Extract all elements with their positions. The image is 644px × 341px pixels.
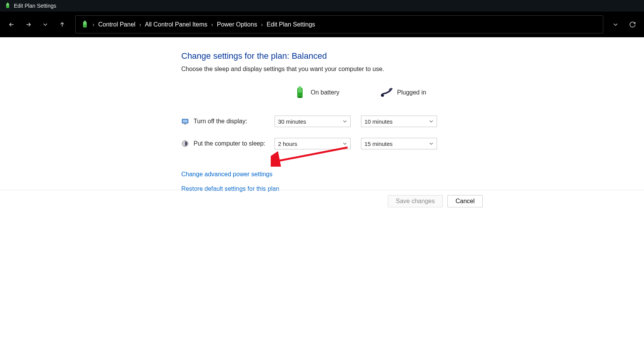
battery-icon xyxy=(293,86,307,99)
breadcrumb-power-options[interactable]: Power Options xyxy=(217,21,257,28)
row-display-label: Turn off the display: xyxy=(181,110,275,132)
chevron-right-icon: › xyxy=(261,22,263,28)
button-bar: Save changes Cancel xyxy=(388,195,483,207)
chevron-down-icon xyxy=(429,119,434,124)
nav-bar: › Control Panel › All Control Panel Item… xyxy=(0,12,644,37)
svg-point-10 xyxy=(381,94,384,97)
svg-rect-13 xyxy=(183,120,187,122)
page-heading: Change settings for the plan: Balanced xyxy=(181,51,644,61)
svg-rect-8 xyxy=(298,89,302,93)
battery-title-icon xyxy=(5,3,11,9)
cancel-button[interactable]: Cancel xyxy=(447,195,483,207)
sleep-row-text: Put the computer to sleep: xyxy=(194,140,265,147)
row-sleep-label: Put the computer to sleep: xyxy=(181,132,275,155)
divider xyxy=(0,190,644,190)
chevron-down-icon xyxy=(343,141,347,146)
column-on-battery: On battery xyxy=(275,86,361,110)
breadcrumb-control-panel[interactable]: Control Panel xyxy=(98,21,136,28)
history-dropdown-button[interactable] xyxy=(38,17,53,32)
chevron-down-icon xyxy=(343,119,347,124)
svg-rect-2 xyxy=(7,4,9,6)
back-button[interactable] xyxy=(4,17,19,32)
svg-rect-5 xyxy=(83,22,86,24)
display-battery-value: 30 minutes xyxy=(278,118,306,125)
svg-point-9 xyxy=(298,96,302,98)
chevron-right-icon: › xyxy=(93,22,94,28)
title-bar-text: Edit Plan Settings xyxy=(14,3,56,9)
display-plugged-value: 10 minutes xyxy=(364,118,392,125)
refresh-button[interactable] xyxy=(625,17,640,32)
chevron-down-icon xyxy=(429,141,434,146)
svg-rect-7 xyxy=(298,86,301,89)
column-plugged-label: Plugged in xyxy=(397,89,426,96)
advanced-settings-link[interactable]: Change advanced power settings xyxy=(181,171,273,178)
sleep-plugged-value: 15 minutes xyxy=(364,141,392,147)
breadcrumb-all-items[interactable]: All Control Panel Items xyxy=(145,21,207,28)
title-bar: Edit Plan Settings xyxy=(0,0,644,12)
chevron-right-icon: › xyxy=(211,22,213,28)
chevron-right-icon: › xyxy=(139,22,141,28)
column-plugged-in: Plugged in xyxy=(361,86,447,110)
plug-icon xyxy=(379,86,393,99)
sleep-battery-select[interactable]: 2 hours xyxy=(275,138,351,149)
display-icon xyxy=(181,118,189,125)
battery-address-icon xyxy=(81,21,89,28)
sleep-battery-value: 2 hours xyxy=(278,141,297,147)
links-section: Change advanced power settings Restore d… xyxy=(181,171,644,192)
display-plugged-select[interactable]: 10 minutes xyxy=(361,116,437,127)
address-history-button[interactable] xyxy=(608,17,623,32)
restore-defaults-link[interactable]: Restore default settings for this plan xyxy=(181,185,279,192)
forward-button[interactable] xyxy=(21,17,36,32)
page-subheading: Choose the sleep and display settings th… xyxy=(181,66,644,73)
sleep-icon xyxy=(181,140,189,147)
svg-rect-14 xyxy=(184,124,186,124)
settings-grid: On battery Plugged in Turn o xyxy=(181,86,644,155)
breadcrumb-edit-plan[interactable]: Edit Plan Settings xyxy=(267,21,315,28)
display-battery-select[interactable]: 30 minutes xyxy=(275,116,351,127)
save-changes-button: Save changes xyxy=(388,195,443,207)
sleep-plugged-select[interactable]: 15 minutes xyxy=(361,138,437,149)
content-area: Change settings for the plan: Balanced C… xyxy=(0,37,644,192)
address-bar[interactable]: › Control Panel › All Control Panel Item… xyxy=(75,15,603,33)
svg-rect-4 xyxy=(84,21,86,22)
display-row-text: Turn off the display: xyxy=(194,118,247,125)
up-button[interactable] xyxy=(55,17,70,32)
column-battery-label: On battery xyxy=(311,89,339,96)
svg-rect-1 xyxy=(7,3,8,4)
